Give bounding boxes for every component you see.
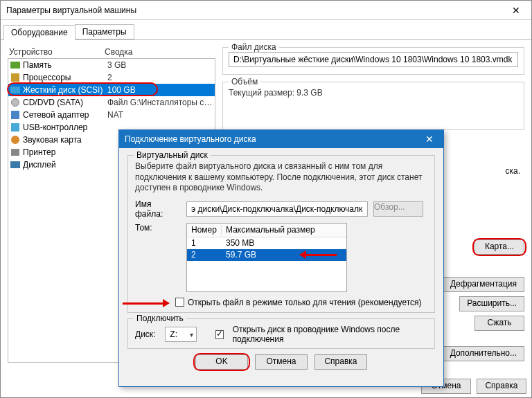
readonly-row: Открыть файл в режиме только для чтения … (135, 298, 427, 307)
disk-file-path-input[interactable] (229, 52, 518, 67)
map-button[interactable]: Карта... (475, 239, 524, 255)
device-summary: NAT (107, 110, 213, 120)
device-label: CD/DVD (SATA) (23, 98, 107, 107)
disk-file-label: Файл диска (229, 42, 279, 52)
drive-label: Диск: (135, 329, 159, 339)
device-label: Жесткий диск (SCSI) (23, 85, 107, 95)
dialog-ok-button[interactable]: OK (195, 354, 248, 370)
readonly-checkbox[interactable] (175, 298, 184, 307)
device-summary: 2 (107, 73, 213, 82)
filename-row: Имя файла: Обзор... (135, 199, 427, 219)
device-label: Сетевой адаптер (23, 110, 107, 120)
vol-num: 2 (187, 250, 222, 260)
window-close-button[interactable]: ✕ (501, 1, 531, 20)
map-disk-dialog: Подключение виртуального диска ✕ Виртуал… (118, 129, 444, 387)
tab-hardware[interactable]: Оборудование (3, 25, 76, 40)
device-summary: 3 GB (107, 60, 213, 70)
col-maxsize: Максимальный размер (222, 225, 346, 235)
drive-select[interactable]: Z: (165, 327, 197, 342)
device-label: Звуковая карта (23, 135, 107, 145)
hardware-header: Устройство Сводка (8, 47, 215, 57)
group-vd-label: Виртуальный диск (134, 150, 211, 160)
hw-row-cddvd[interactable]: CD/DVD (SATA) Файл G:\Инсталляторы соф..… (8, 96, 215, 109)
hw-row-net[interactable]: Сетевой адаптер NAT (8, 109, 215, 121)
connect-group: Подключить Диск: Z: Открыть диск в прово… (127, 318, 435, 349)
tab-bar: Оборудование Параметры (1, 21, 531, 40)
readonly-label: Открыть файл в режиме только для чтения … (188, 298, 422, 307)
volume-group-label: Объём (229, 77, 260, 87)
group-connect-label: Подключить (134, 314, 186, 323)
cd-icon (10, 98, 21, 107)
browse-button[interactable]: Обзор... (373, 201, 423, 217)
sound-icon (10, 135, 21, 145)
col-device: Устройство (8, 47, 105, 57)
display-icon (10, 160, 21, 170)
device-label: USB-контроллер (23, 123, 107, 132)
drive-value: Z: (170, 329, 177, 339)
window-title: Параметры виртуальной машины (6, 6, 136, 15)
open-explorer-label: Открыть диск в проводнике Windows после … (233, 325, 427, 344)
volume-row-2[interactable]: 2 59.7 GB (187, 249, 346, 261)
network-icon (10, 110, 21, 120)
dialog-body: Виртуальный диск Выберите файл виртуальн… (119, 148, 443, 377)
dialog-cancel-button[interactable]: Отмена (255, 354, 308, 370)
vol-size: 350 MB (222, 238, 346, 248)
tab-options[interactable]: Параметры (75, 24, 134, 39)
dialog-close-button[interactable]: ✕ (416, 130, 443, 148)
disk-file-group: Файл диска (222, 47, 524, 75)
usb-icon (10, 123, 21, 132)
device-summary: Файл G:\Инсталляторы соф... (107, 98, 213, 107)
dialog-desc: Выберите файл виртуального диска и связа… (135, 161, 427, 194)
compact-button[interactable]: Сжать (475, 316, 524, 331)
hdd-icon (10, 85, 21, 95)
col-summary: Сводка (105, 47, 215, 57)
virtual-disk-group: Виртуальный диск Выберите файл виртуальн… (127, 155, 435, 313)
hw-row-memory[interactable]: Память 3 GB (8, 59, 215, 71)
disk-actions: Карта... Дефрагментация Расширить... Сжа… (443, 239, 524, 361)
volume-label: Том: (135, 223, 181, 233)
current-size-text: Текущий размер: 9.3 GB (229, 88, 518, 98)
window-titlebar: Параметры виртуальной машины ✕ (1, 1, 531, 20)
volume-table[interactable]: Номер Максимальный размер 1 350 MB 2 59.… (186, 223, 347, 292)
annotation-arrow-icon (123, 300, 174, 306)
device-label: Дисплей (23, 160, 107, 170)
dialog-title: Подключение виртуального диска (125, 134, 256, 144)
volume-row: Том: Номер Максимальный размер 1 350 MB … (135, 223, 427, 292)
hw-row-cpu[interactable]: Процессоры 2 (8, 71, 215, 84)
volume-group: Объём Текущий размер: 9.3 GB (222, 82, 524, 130)
filename-input[interactable] (186, 201, 368, 217)
vol-size: 59.7 GB (222, 250, 346, 260)
drive-row: Диск: Z: Открыть диск в проводнике Windo… (135, 325, 427, 344)
device-summary: 100 GB (107, 85, 213, 95)
vol-num: 1 (187, 238, 222, 248)
cpu-icon (10, 73, 21, 82)
dialog-titlebar[interactable]: Подключение виртуального диска ✕ (119, 130, 443, 148)
truncated-text: ска. (505, 166, 520, 176)
filename-label: Имя файла: (135, 199, 181, 219)
device-label: Память (23, 60, 107, 70)
defrag-button[interactable]: Дефрагментация (443, 277, 524, 292)
hw-row-hdd[interactable]: Жесткий диск (SCSI) 100 GB (8, 84, 215, 96)
dialog-footer: OK Отмена Справка (127, 354, 435, 370)
volume-row-1[interactable]: 1 350 MB (187, 237, 346, 249)
main-help-button[interactable]: Справка (477, 379, 526, 394)
device-label: Принтер (23, 147, 107, 157)
col-number: Номер (187, 225, 222, 235)
device-label: Процессоры (23, 73, 107, 82)
expand-button[interactable]: Расширить... (459, 296, 524, 311)
volume-table-head: Номер Максимальный размер (187, 224, 346, 237)
advanced-button[interactable]: Дополнительно... (443, 346, 524, 361)
open-explorer-checkbox[interactable] (215, 330, 224, 339)
printer-icon (10, 147, 21, 157)
dialog-help-button[interactable]: Справка (314, 354, 367, 370)
memory-icon (10, 60, 21, 70)
